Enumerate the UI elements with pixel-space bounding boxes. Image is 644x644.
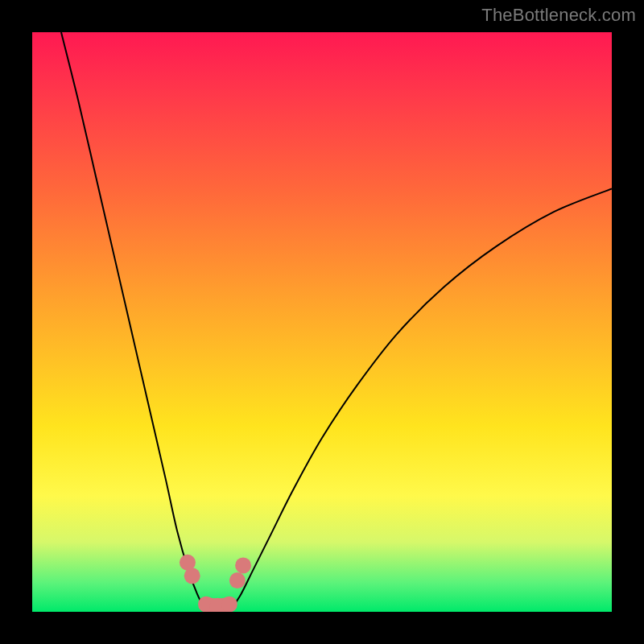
marker-group bbox=[180, 555, 251, 612]
marker-dot bbox=[184, 568, 200, 584]
right-curve bbox=[229, 188, 612, 612]
chart-frame: TheBottleneck.com bbox=[0, 0, 644, 644]
watermark-text: TheBottleneck.com bbox=[481, 5, 636, 26]
marker-dot bbox=[235, 557, 251, 573]
left-curve bbox=[61, 32, 206, 612]
curve-layer bbox=[32, 32, 612, 612]
plot-area bbox=[32, 32, 612, 612]
marker-dot bbox=[229, 572, 246, 588]
marker-dot bbox=[221, 597, 237, 612]
